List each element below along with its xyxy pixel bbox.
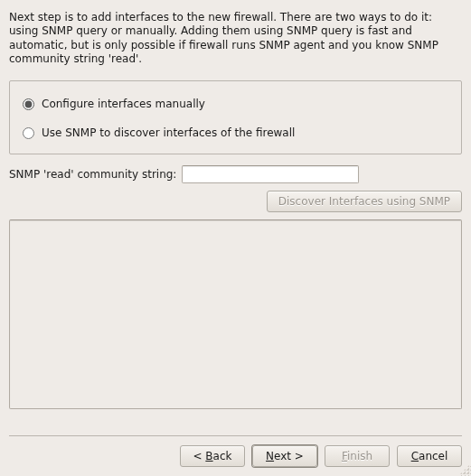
discover-button[interactable]: Discover Interfaces using SNMP [267,191,462,212]
next-button[interactable]: Next > [252,445,317,467]
back-button[interactable]: < Back [180,445,245,467]
radio-manual[interactable] [23,98,34,110]
snmp-string-input[interactable] [182,165,359,183]
finish-button[interactable]: Finish [325,445,390,467]
interface-mode-group: Configure interfaces manually Use SNMP t… [9,80,462,154]
cancel-button[interactable]: Cancel [397,445,462,467]
radio-row-snmp[interactable]: Use SNMP to discover interfaces of the f… [19,123,452,143]
radio-manual-label: Configure interfaces manually [42,98,205,110]
radio-row-manual[interactable]: Configure interfaces manually [19,94,452,114]
interfaces-list[interactable] [9,219,462,409]
snmp-string-row: SNMP 'read' community string: [0,154,471,185]
discover-row: Discover Interfaces using SNMP [0,185,471,212]
snmp-string-label: SNMP 'read' community string: [9,168,176,181]
radio-snmp-label: Use SNMP to discover interfaces of the f… [42,126,295,139]
intro-text: Next step is to add interfaces to the ne… [0,0,471,70]
wizard-footer: < Back Next > Finish Cancel [9,435,462,467]
radio-snmp[interactable] [23,127,34,139]
